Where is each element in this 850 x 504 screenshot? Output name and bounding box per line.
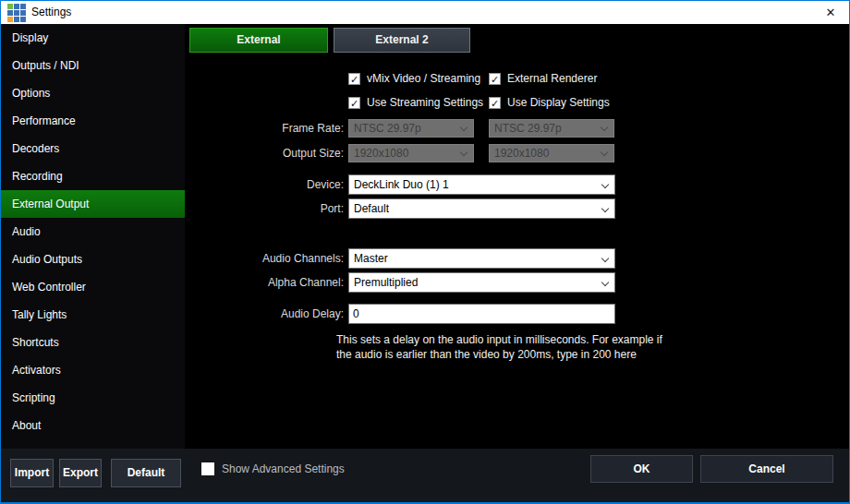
frame-rate-select-1: NTSC 29.97p (348, 119, 474, 138)
sidebar-item-tally-lights[interactable]: Tally Lights (1, 301, 185, 329)
vmix-logo-icon (7, 4, 26, 22)
show-advanced-settings-label: Show Advanced Settings (222, 462, 345, 475)
device-select[interactable]: DeckLink Duo (1) 1 (348, 174, 615, 195)
external-renderer-checkbox[interactable]: ✓ External Renderer (489, 72, 597, 85)
alpha-channel-select[interactable]: Premultiplied (348, 272, 615, 293)
sidebar-item-activators[interactable]: Activators (1, 356, 185, 384)
chevron-down-icon (598, 145, 609, 162)
output-size-row: Output Size: 1920x1080 1920x1080 (185, 143, 849, 163)
chevron-down-icon (599, 175, 610, 194)
sidebar-item-scripting[interactable]: Scripting (1, 384, 185, 412)
window-body: Display Outputs / NDI Options Performanc… (1, 24, 849, 449)
device-label: Device: (185, 174, 344, 195)
sidebar-item-audio[interactable]: Audio (1, 218, 185, 246)
checkbox-checked-icon: ✓ (348, 97, 360, 109)
alpha-channel-row: Alpha Channel: Premultiplied (185, 272, 849, 293)
use-streaming-settings-checkbox[interactable]: ✓ Use Streaming Settings (348, 96, 483, 109)
default-button[interactable]: Default (111, 459, 181, 487)
settings-window: Settings ✕ Display Outputs / NDI Options… (0, 0, 850, 504)
sidebar-item-display[interactable]: Display (1, 24, 185, 52)
checkbox-label: External Renderer (507, 72, 597, 85)
tab-external[interactable]: External (189, 28, 328, 53)
chevron-down-icon (598, 120, 609, 137)
device-row: Device: DeckLink Duo (1) 1 (185, 174, 849, 195)
chevron-down-icon (457, 145, 468, 162)
audio-channels-row: Audio Channels: Master (185, 248, 849, 269)
sidebar-item-external-output[interactable]: External Output (1, 190, 185, 218)
port-select[interactable]: Default (348, 198, 615, 219)
audio-channels-select[interactable]: Master (348, 248, 615, 269)
checkbox-checked-icon: ✓ (489, 73, 501, 85)
checkbox-label: vMix Video / Streaming (367, 72, 480, 85)
chevron-down-icon (599, 249, 610, 268)
frame-rate-select-2: NTSC 29.97p (489, 119, 614, 138)
frame-rate-label: Frame Rate: (185, 118, 344, 138)
checkbox-label: Use Display Settings (507, 96, 610, 109)
sidebar-item-audio-outputs[interactable]: Audio Outputs (1, 246, 185, 273)
output-size-select-1: 1920x1080 (348, 144, 474, 162)
sidebar-item-recording[interactable]: Recording (1, 162, 185, 190)
sidebar-item-about[interactable]: About (1, 412, 185, 439)
alpha-channel-label: Alpha Channel: (185, 272, 344, 293)
chevron-down-icon (599, 273, 610, 292)
audio-delay-help-text: This sets a delay on the audio input in … (336, 332, 662, 362)
audio-delay-label: Audio Delay: (185, 304, 344, 324)
sidebar-item-decoders[interactable]: Decoders (1, 135, 185, 162)
export-button[interactable]: Export (59, 459, 102, 487)
sidebar-item-performance[interactable]: Performance (1, 107, 185, 135)
audio-delay-input[interactable] (348, 304, 615, 324)
close-icon: ✕ (826, 6, 836, 19)
output-size-select-2: 1920x1080 (489, 144, 614, 162)
titlebar: Settings ✕ (1, 1, 849, 24)
cancel-button[interactable]: Cancel (700, 455, 833, 483)
external-output-panel: External External 2 ✓ vMix Video / Strea… (185, 24, 849, 449)
sidebar-item-options[interactable]: Options (1, 79, 185, 107)
sidebar-item-web-controller[interactable]: Web Controller (1, 273, 185, 301)
chevron-down-icon (599, 199, 610, 218)
ok-button[interactable]: OK (590, 455, 693, 483)
checkbox-checked-icon: ✓ (489, 97, 501, 109)
import-button[interactable]: Import (10, 459, 54, 487)
vmix-video-streaming-checkbox[interactable]: ✓ vMix Video / Streaming (348, 72, 480, 85)
checkbox-checked-icon: ✓ (348, 73, 360, 85)
frame-rate-row: Frame Rate: NTSC 29.97p NTSC 29.97p (185, 118, 849, 138)
chevron-down-icon (457, 120, 468, 137)
sidebar: Display Outputs / NDI Options Performanc… (1, 24, 185, 449)
show-advanced-settings-checkbox[interactable]: Show Advanced Settings (201, 462, 345, 475)
output-size-label: Output Size: (185, 143, 344, 163)
audio-delay-row: Audio Delay: (185, 304, 849, 324)
checkbox-unchecked-icon (201, 462, 214, 475)
port-label: Port: (185, 198, 344, 219)
port-row: Port: Default (185, 198, 849, 219)
audio-channels-label: Audio Channels: (185, 248, 344, 269)
footer-bar: Import Export Default Show Advanced Sett… (1, 449, 849, 502)
sidebar-item-outputs-ndi[interactable]: Outputs / NDI (1, 52, 185, 79)
tab-external-2[interactable]: External 2 (334, 28, 470, 53)
window-title: Settings (31, 6, 71, 18)
checkbox-label: Use Streaming Settings (367, 96, 483, 109)
use-display-settings-checkbox[interactable]: ✓ Use Display Settings (489, 96, 610, 109)
sidebar-item-shortcuts[interactable]: Shortcuts (1, 329, 185, 356)
close-button[interactable]: ✕ (815, 1, 846, 24)
